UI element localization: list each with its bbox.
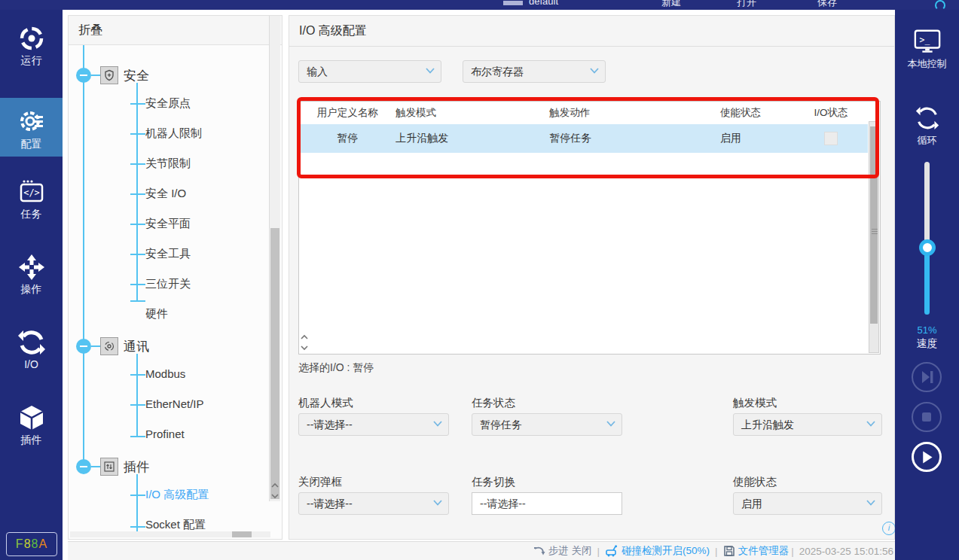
local-control-button[interactable]: >_ 本地控制 xyxy=(895,29,959,71)
nav-label-io: 操作 xyxy=(0,283,63,297)
tree-item-three-position-switch[interactable]: 三位开关 xyxy=(145,277,191,291)
nav-item-run[interactable]: 运行 xyxy=(0,25,63,84)
save-button[interactable]: 保存 xyxy=(817,0,837,9)
tree-node-safety[interactable]: 安全 xyxy=(76,66,149,84)
chevron-down-icon xyxy=(866,421,875,427)
trigger-mode-select[interactable]: 上升沿触发 xyxy=(733,413,882,436)
col-header-trigger-action: 触发动作 xyxy=(549,106,717,120)
tree-node-label: 插件 xyxy=(124,458,149,476)
target-icon xyxy=(18,25,45,52)
table-vertical-scrollbar[interactable] xyxy=(869,121,879,353)
svg-text:</>: </> xyxy=(23,187,40,198)
connector xyxy=(130,526,145,528)
tree-item-ethernet-ip[interactable]: EtherNet/IP xyxy=(145,397,204,410)
collision-detection-status[interactable]: 碰撞检测开启(50%) xyxy=(605,544,710,558)
play-button[interactable] xyxy=(912,442,942,472)
collapse-minus-icon[interactable] xyxy=(76,339,91,354)
step-mode-status[interactable]: 步进 关闭 xyxy=(533,544,592,558)
cell-enable-state: 启用 xyxy=(717,132,794,145)
connector xyxy=(130,254,145,255)
status-bar: 步进 关闭 | 碰撞检测开启(50%) | 文件管理器 | 2025-03-25… xyxy=(68,541,895,560)
tree-vertical-scrollbar[interactable] xyxy=(269,16,280,501)
nav-item-io[interactable]: I/O xyxy=(0,329,63,388)
topbar-clipped-text xyxy=(503,1,523,5)
enable-state-select[interactable]: 启用 xyxy=(733,492,882,515)
io-state-checkbox[interactable] xyxy=(824,132,838,145)
tree-node-plugin[interactable]: 插件 xyxy=(76,458,149,476)
info-icon[interactable]: i xyxy=(882,522,896,535)
tree-node-label: 安全 xyxy=(124,67,149,84)
open-button[interactable]: 打开 xyxy=(737,0,756,9)
chevron-down-icon xyxy=(606,421,615,427)
collision-detection-label: 碰撞检测开启(50%) xyxy=(622,544,710,558)
tree-node-comm[interactable]: 通讯 xyxy=(76,337,149,355)
tree-item-safety-home[interactable]: 安全原点 xyxy=(145,96,191,111)
loop-button[interactable]: 循环 xyxy=(895,105,959,148)
tree-connector xyxy=(136,83,138,301)
scroll-down-button[interactable] xyxy=(270,491,280,501)
connector xyxy=(130,495,145,496)
collapse-button[interactable]: 折叠 xyxy=(69,16,282,45)
scroll-up-button[interactable] xyxy=(270,480,280,491)
topbar-status-icon[interactable] xyxy=(935,0,945,10)
step-arrow-icon xyxy=(533,546,545,557)
scrollbar-thumb[interactable] xyxy=(232,531,252,537)
scrollbar-grip xyxy=(872,229,878,234)
tree-item-socket-config[interactable]: Socket 配置 xyxy=(145,518,206,532)
tree-item-safety-io[interactable]: 安全 I/O xyxy=(145,187,186,201)
connector xyxy=(130,404,145,406)
new-button[interactable]: 新建 xyxy=(661,0,681,9)
selected-io-label: 选择的I/O : 暂停 xyxy=(298,361,374,375)
nav-item-operate[interactable]: 操作 xyxy=(0,254,63,312)
chevron-down-icon xyxy=(433,500,442,506)
nav-item-plugin[interactable]: 插件 xyxy=(0,404,63,463)
nav-item-config-active[interactable]: 配置 xyxy=(0,98,63,157)
file-manager-button[interactable]: 文件管理器 xyxy=(723,544,789,558)
stop-button[interactable] xyxy=(912,402,942,432)
register-type-select[interactable]: 布尔寄存器 xyxy=(463,60,606,83)
task-switch-field[interactable]: --请选择-- xyxy=(472,492,622,515)
scrollbar-thumb[interactable] xyxy=(870,126,878,324)
nav-item-task[interactable]: </> 任务 xyxy=(0,178,63,237)
nav-label-io: I/O xyxy=(0,358,63,370)
tree-item-joint-limit[interactable]: 关节限制 xyxy=(145,157,191,171)
connector xyxy=(91,345,100,347)
task-switch-label: 任务切换 xyxy=(472,475,515,489)
play-icon xyxy=(914,444,939,470)
chevron-down-icon xyxy=(590,68,599,74)
robot-id-badge[interactable]: F88A xyxy=(6,532,57,556)
slider-track-lower[interactable] xyxy=(924,247,930,315)
loop-label: 循环 xyxy=(895,134,959,148)
trigger-mode-value: 上升沿触发 xyxy=(741,418,794,431)
broadcast-icon xyxy=(103,340,115,352)
tree-item-safety-tool[interactable]: 安全工具 xyxy=(145,247,191,261)
collapse-minus-icon[interactable] xyxy=(76,68,91,83)
step-forward-icon xyxy=(913,364,940,391)
table-header-row: 用户定义名称 触发模式 触发动作 使能状态 I/O状态 xyxy=(299,102,868,124)
tree-horizontal-scrollbar[interactable] xyxy=(70,531,270,537)
scroll-down-button[interactable] xyxy=(299,342,310,353)
step-forward-button[interactable] xyxy=(912,362,942,392)
task-state-select[interactable]: 暂停任务 xyxy=(472,413,622,436)
enable-state-value: 启用 xyxy=(741,498,762,510)
robot-mode-select[interactable]: --请选择-- xyxy=(298,413,449,436)
robot-control-app: default 新建 打开 保存 运行 配置 </> 任务 操作 I/O 插件 xyxy=(0,0,959,560)
scrollbar-thumb[interactable] xyxy=(270,228,279,499)
slider-thumb[interactable] xyxy=(919,239,936,256)
slider-track-upper[interactable] xyxy=(924,162,930,247)
close-popup-select[interactable]: --请选择-- xyxy=(298,492,449,515)
io-direction-select[interactable]: 输入 xyxy=(298,60,441,83)
badge-letter: F xyxy=(16,537,24,550)
speed-label: 速度 xyxy=(895,337,959,351)
col-header-trigger-mode: 触发模式 xyxy=(396,106,549,120)
tree-item-robot-limit[interactable]: 机器人限制 xyxy=(145,126,202,141)
table-row-selected[interactable]: 暂停 上升沿触发 暂停任务 启用 xyxy=(299,124,868,153)
tree-item-modbus[interactable]: Modbus xyxy=(145,367,185,380)
scroll-up-button[interactable] xyxy=(299,332,310,342)
tree-item-io-advanced-config[interactable]: I/O 高级配置 xyxy=(145,488,209,502)
speed-slider[interactable] xyxy=(924,162,930,315)
tree-item-safety-plane[interactable]: 安全平面 xyxy=(145,217,191,231)
tree-item-hardware[interactable]: 硬件 xyxy=(145,307,168,321)
collapse-minus-icon[interactable] xyxy=(76,459,91,474)
tree-item-profinet[interactable]: Profinet xyxy=(145,428,185,440)
